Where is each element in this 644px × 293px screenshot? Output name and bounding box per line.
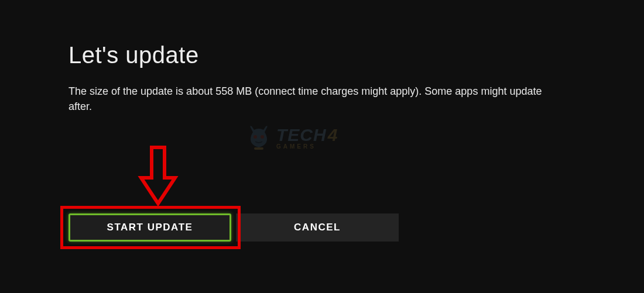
svg-point-0	[254, 135, 257, 139]
svg-rect-2	[254, 147, 263, 150]
annotation-arrow-icon	[138, 145, 179, 208]
svg-point-1	[261, 135, 264, 139]
watermark-brand-main: TECH	[276, 127, 327, 143]
cancel-button[interactable]: CANCEL	[236, 213, 399, 242]
watermark-brand-accent: 4	[328, 127, 338, 143]
update-dialog: Let's update The size of the update is a…	[0, 0, 644, 114]
update-description: The size of the update is about 558 MB (…	[68, 84, 560, 114]
start-update-button[interactable]: START UPDATE	[68, 213, 231, 242]
watermark-logo: TECH 4 GAMERS	[246, 124, 337, 152]
watermark-text: TECH 4 GAMERS	[276, 127, 337, 149]
watermark-brand-sub: GAMERS	[276, 144, 337, 149]
dialog-button-row: START UPDATE CANCEL	[68, 213, 399, 242]
page-title: Let's update	[68, 42, 644, 68]
mascot-icon	[246, 124, 272, 152]
